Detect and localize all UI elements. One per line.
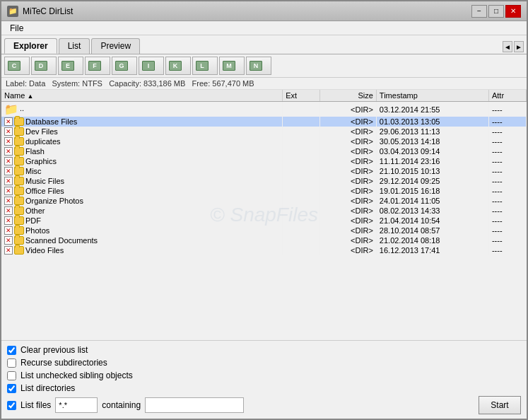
bottom-panel: Clear previous list Recurse subdirectori… xyxy=(1,340,527,419)
tab-list[interactable]: List xyxy=(59,38,90,54)
timestamp-cell: 01.03.2013 13:05 xyxy=(376,117,488,127)
close-button[interactable]: ✕ xyxy=(505,5,521,18)
col-attr[interactable]: Attr xyxy=(488,90,526,102)
file-name: Video Files xyxy=(25,246,64,255)
row-checkbox[interactable]: ✕ xyxy=(4,117,13,126)
size-cell: <DIR> xyxy=(320,216,377,226)
drive-c-button[interactable]: C xyxy=(4,57,30,75)
tab-prev-button[interactable]: ◄ xyxy=(503,41,512,52)
table-row[interactable]: ✕duplicates<DIR>30.05.2013 14:18---- xyxy=(1,136,527,146)
ext-cell xyxy=(283,245,320,255)
drive-g-icon: G xyxy=(115,61,128,71)
name-cell: ✕Scanned Documents xyxy=(1,235,283,245)
drive-m-button[interactable]: M xyxy=(219,57,245,75)
tab-preview[interactable]: Preview xyxy=(91,38,140,54)
attr-cell: ---- xyxy=(488,245,526,255)
folder-icon xyxy=(14,167,24,175)
file-name: Database Files xyxy=(25,117,77,126)
size-cell: <DIR> xyxy=(320,245,377,255)
row-checkbox[interactable]: ✕ xyxy=(4,177,13,185)
row-checkbox[interactable]: ✕ xyxy=(4,206,13,215)
tab-next-button[interactable]: ► xyxy=(514,41,524,52)
list-files-label[interactable]: List files xyxy=(20,400,51,410)
tab-explorer[interactable]: Explorer xyxy=(4,38,57,54)
row-checkbox[interactable]: ✕ xyxy=(4,137,13,146)
table-row[interactable]: ✕Photos<DIR>28.10.2014 08:57---- xyxy=(1,226,527,235)
table-row[interactable]: 📁..<DIR>03.12.2014 21:55---- xyxy=(1,102,527,117)
list-dirs-checkbox[interactable] xyxy=(7,384,16,393)
attr-cell: ---- xyxy=(488,127,526,136)
col-timestamp[interactable]: Timestamp xyxy=(376,90,488,102)
table-row[interactable]: ✕Organize Photos<DIR>24.01.2014 11:05---… xyxy=(1,196,527,206)
ext-cell xyxy=(283,176,320,186)
drive-l-button[interactable]: L xyxy=(192,57,218,75)
drive-n-button[interactable]: N xyxy=(246,57,271,75)
ext-cell xyxy=(283,156,320,166)
list-dirs-label[interactable]: List directories xyxy=(20,383,75,393)
row-checkbox[interactable]: ✕ xyxy=(4,147,13,156)
row-checkbox[interactable]: ✕ xyxy=(4,246,13,255)
folder-icon xyxy=(14,246,24,255)
drive-g-button[interactable]: G xyxy=(112,57,137,75)
list-unchecked-label[interactable]: List unchecked sibling objects xyxy=(20,371,133,380)
list-files-checkbox[interactable] xyxy=(7,401,16,410)
menu-file[interactable]: File xyxy=(4,22,29,35)
row-checkbox[interactable]: ✕ xyxy=(4,197,13,205)
drive-k-button[interactable]: K xyxy=(165,57,191,75)
row-checkbox[interactable]: ✕ xyxy=(4,157,13,165)
folder-icon xyxy=(14,206,24,215)
row-checkbox[interactable]: ✕ xyxy=(4,167,13,175)
table-row[interactable]: ✕Music Files<DIR>29.12.2014 09:25---- xyxy=(1,176,527,186)
list-unchecked-checkbox[interactable] xyxy=(7,371,16,380)
table-row[interactable]: ✕Office Files<DIR>19.01.2015 16:18---- xyxy=(1,186,527,196)
col-name[interactable]: Name ▲ xyxy=(1,90,283,102)
file-table: Name ▲ Ext Size Timestamp Attr 📁..<DIR>0… xyxy=(1,90,527,255)
file-name: PDF xyxy=(25,216,41,225)
clear-previous-checkbox[interactable] xyxy=(7,346,16,355)
sort-arrow: ▲ xyxy=(27,93,33,100)
table-row[interactable]: ✕Database Files<DIR>01.03.2013 13:05---- xyxy=(1,117,527,127)
drive-m-icon: M xyxy=(223,61,235,71)
table-row[interactable]: ✕Graphics<DIR>11.11.2014 23:16---- xyxy=(1,156,527,166)
minimize-button[interactable]: − xyxy=(471,5,487,18)
file-list[interactable]: Name ▲ Ext Size Timestamp Attr 📁..<DIR>0… xyxy=(1,90,527,340)
containing-input[interactable] xyxy=(145,397,244,413)
row-checkbox[interactable]: ✕ xyxy=(4,216,13,225)
timestamp-cell: 11.11.2014 23:16 xyxy=(376,156,488,166)
maximize-button[interactable]: □ xyxy=(488,5,504,18)
drive-i-button[interactable]: I xyxy=(139,57,164,75)
drive-e-button[interactable]: E xyxy=(58,57,83,75)
row-checkbox[interactable]: ✕ xyxy=(4,187,13,195)
name-cell: ✕Graphics xyxy=(1,156,283,166)
recurse-checkbox[interactable] xyxy=(7,358,16,368)
name-cell: ✕Database Files xyxy=(1,117,283,127)
row-checkbox[interactable]: ✕ xyxy=(4,127,13,136)
table-row[interactable]: ✕Misc<DIR>21.10.2015 10:13---- xyxy=(1,166,527,176)
table-row[interactable]: ✕Flash<DIR>03.04.2013 09:14---- xyxy=(1,146,527,156)
table-row[interactable]: ✕Video Files<DIR>16.12.2013 17:41---- xyxy=(1,245,527,255)
name-cell: ✕duplicates xyxy=(1,136,283,146)
col-ext[interactable]: Ext xyxy=(283,90,320,102)
clear-previous-label[interactable]: Clear previous list xyxy=(20,345,88,355)
file-name: Music Files xyxy=(25,177,64,185)
size-cell: <DIR> xyxy=(320,136,377,146)
file-name: Organize Photos xyxy=(25,197,83,205)
filter-input[interactable] xyxy=(55,397,98,413)
name-cell: ✕Music Files xyxy=(1,176,283,186)
start-button[interactable]: Start xyxy=(479,396,521,414)
size-cell: <DIR> xyxy=(320,156,377,166)
attr-cell: ---- xyxy=(488,136,526,146)
table-row[interactable]: ✕PDF<DIR>21.04.2014 10:54---- xyxy=(1,216,527,226)
drive-d-button[interactable]: D xyxy=(31,57,57,75)
table-row[interactable]: ✕Dev Files<DIR>29.06.2013 11:13---- xyxy=(1,127,527,136)
folder-icon xyxy=(14,147,24,156)
row-checkbox[interactable]: ✕ xyxy=(4,236,13,245)
table-row[interactable]: ✕Scanned Documents<DIR>21.02.2014 08:18-… xyxy=(1,235,527,245)
recurse-label[interactable]: Recurse subdirectories xyxy=(20,358,107,368)
row-checkbox[interactable]: ✕ xyxy=(4,226,13,235)
size-cell: <DIR> xyxy=(320,146,377,156)
table-row[interactable]: ✕Other<DIR>08.02.2013 14:33---- xyxy=(1,206,527,216)
drive-f-button[interactable]: F xyxy=(85,57,110,75)
col-size[interactable]: Size xyxy=(320,90,377,102)
status-free: Free: 567,470 MB xyxy=(192,79,254,88)
